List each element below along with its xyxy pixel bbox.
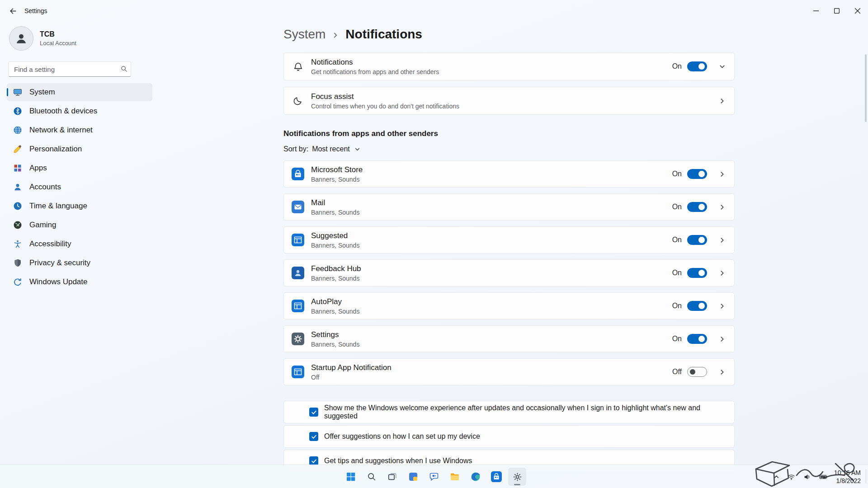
clock-icon xyxy=(13,202,22,211)
clock-time: 10:16 AM xyxy=(834,469,861,477)
setup-suggestions-checkbox[interactable] xyxy=(309,432,318,441)
app-name: Startup App Notification xyxy=(311,363,392,372)
back-arrow-icon xyxy=(9,7,17,15)
sidebar-item-label: Apps xyxy=(29,164,47,173)
mail-icon xyxy=(291,201,305,213)
close-button[interactable] xyxy=(847,0,868,22)
taskbar-clock[interactable]: 10:16 AM 1/8/2022 xyxy=(834,469,861,485)
app-row-autoplay[interactable]: AutoPlay Banners, Sounds On xyxy=(283,292,735,319)
sort-by-label: Sort by: xyxy=(283,145,308,153)
task-view-icon xyxy=(387,472,397,482)
start-button[interactable] xyxy=(342,468,360,486)
search-box xyxy=(8,61,131,77)
sidebar-item-apps[interactable]: Apps xyxy=(7,159,152,177)
app-row-microsoft-store[interactable]: Microsoft Store Banners, Sounds On xyxy=(283,160,735,188)
store-button[interactable] xyxy=(487,468,505,486)
app-status: Banners, Sounds xyxy=(311,209,359,216)
back-button[interactable] xyxy=(3,2,23,20)
suggested-app-icon xyxy=(291,234,305,246)
taskbar: 10:16 AM 1/8/2022 xyxy=(0,465,868,488)
app-row-settings[interactable]: Settings Banners, Sounds On xyxy=(283,325,735,352)
minimize-button[interactable] xyxy=(806,0,826,22)
taskbar-center xyxy=(342,465,526,488)
startup-app-icon xyxy=(291,366,305,378)
chevron-down-icon[interactable] xyxy=(716,63,728,70)
maximize-button[interactable] xyxy=(826,0,847,22)
xbox-icon xyxy=(13,221,22,230)
search-icon xyxy=(367,472,377,482)
sidebar-item-accessibility[interactable]: Accessibility xyxy=(7,235,152,253)
sidebar-item-personalization[interactable]: Personalization xyxy=(7,140,152,158)
sidebar-item-system[interactable]: System xyxy=(7,83,152,101)
user-profile[interactable]: TCB Local Account xyxy=(0,22,161,51)
file-explorer-button[interactable] xyxy=(446,468,464,486)
welcome-experience-option: Show me the Windows welcome experience a… xyxy=(283,401,735,423)
breadcrumb-parent[interactable]: System xyxy=(283,27,326,42)
selection-indicator xyxy=(7,88,8,96)
edge-button[interactable] xyxy=(467,468,485,486)
scrollbar-thumb[interactable] xyxy=(865,54,867,122)
feedback-hub-toggle[interactable] xyxy=(687,268,707,278)
sidebar-item-label: Personalization xyxy=(29,145,82,154)
toggle-state-label: On xyxy=(672,170,682,178)
volume-tray-button[interactable] xyxy=(802,471,813,483)
notifications-toggle[interactable] xyxy=(687,61,707,71)
chat-button[interactable] xyxy=(425,468,443,486)
check-icon xyxy=(311,409,317,415)
edge-icon xyxy=(470,471,481,482)
app-name: Settings xyxy=(311,330,359,339)
option-label: Show me the Windows welcome experience a… xyxy=(324,404,728,420)
search-input[interactable] xyxy=(8,61,131,77)
microsoft-store-toggle[interactable] xyxy=(687,169,707,179)
taskbar-search-button[interactable] xyxy=(363,468,381,486)
tray-chevron-up-button[interactable] xyxy=(772,472,781,482)
user-account-type: Local Account xyxy=(40,40,76,47)
close-icon xyxy=(855,8,860,14)
update-arrows-icon xyxy=(13,277,22,286)
sidebar-item-label: Bluetooth & devices xyxy=(29,107,97,116)
chevron-right-icon xyxy=(716,336,728,343)
sidebar-item-bluetooth-devices[interactable]: Bluetooth & devices xyxy=(7,102,152,120)
clock-date: 1/8/2022 xyxy=(834,477,861,485)
settings-taskbar-button[interactable] xyxy=(508,468,526,486)
welcome-experience-checkbox[interactable] xyxy=(309,408,318,417)
sidebar-item-time-language[interactable]: Time & language xyxy=(7,197,152,215)
sidebar-item-label: Windows Update xyxy=(29,277,88,286)
windows-logo-icon xyxy=(345,471,356,482)
sidebar-item-label: System xyxy=(29,88,55,97)
mail-toggle[interactable] xyxy=(687,202,707,212)
sort-by-dropdown[interactable]: Sort by: Most recent xyxy=(283,144,735,155)
settings-toggle[interactable] xyxy=(687,334,707,344)
search-icon[interactable] xyxy=(121,66,127,72)
bell-icon xyxy=(291,61,305,72)
network-tray-button[interactable] xyxy=(786,471,797,483)
app-row-startup-app-notification[interactable]: Startup App Notification Off Off xyxy=(283,358,735,385)
sidebar-item-network-internet[interactable]: Network & internet xyxy=(7,121,152,139)
autoplay-toggle[interactable] xyxy=(687,301,707,311)
show-desktop-button[interactable] xyxy=(866,469,868,483)
speaker-icon xyxy=(803,473,811,481)
tips-suggestions-checkbox[interactable] xyxy=(309,456,318,465)
app-row-feedback-hub[interactable]: Feedback Hub Banners, Sounds On xyxy=(283,259,735,286)
option-label: Offer suggestions on how I can set up my… xyxy=(324,432,480,441)
task-view-button[interactable] xyxy=(383,468,401,486)
app-row-suggested[interactable]: Suggested Banners, Sounds On xyxy=(283,226,735,253)
sidebar-item-gaming[interactable]: Gaming xyxy=(7,216,152,234)
sidebar-item-label: Gaming xyxy=(29,221,57,230)
autoplay-icon xyxy=(291,300,305,312)
notifications-card[interactable]: Notifications Get notifications from app… xyxy=(283,52,735,80)
sidebar-item-accounts[interactable]: Accounts xyxy=(7,178,152,196)
sidebar-item-privacy-security[interactable]: Privacy & security xyxy=(7,254,152,272)
battery-tray-button[interactable] xyxy=(817,471,830,483)
page-title: Notifications xyxy=(345,27,422,42)
person-icon xyxy=(14,32,28,45)
startup-app-notification-toggle[interactable] xyxy=(687,367,707,377)
sidebar-item-windows-update[interactable]: Windows Update xyxy=(7,273,152,291)
focus-assist-card[interactable]: Focus assist Control times when you do a… xyxy=(283,87,735,115)
suggested-toggle[interactable] xyxy=(687,235,707,245)
window-title: Settings xyxy=(24,7,47,14)
app-row-mail[interactable]: Mail Banners, Sounds On xyxy=(283,193,735,221)
widgets-button[interactable] xyxy=(404,468,422,486)
app-name: Microsoft Store xyxy=(311,165,363,174)
chevron-right-icon xyxy=(716,171,728,178)
